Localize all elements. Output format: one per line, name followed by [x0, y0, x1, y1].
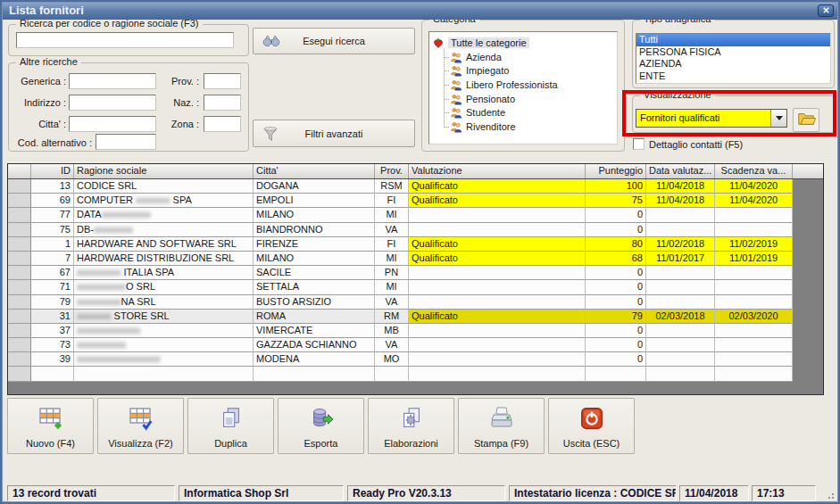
cell-prov: [375, 367, 409, 381]
toolbar-button-elaborazioni[interactable]: Elaborazioni: [368, 398, 454, 454]
categoria-item-label: Impiegato: [466, 65, 509, 76]
esegui-ricerca-button[interactable]: Esegui ricerca: [253, 28, 415, 54]
table-row[interactable]: 71xxxxxxxxxxO SRLSETTALAMI0: [8, 280, 823, 294]
prov-field[interactable]: [204, 73, 241, 89]
cell-data-valutazione: [646, 338, 715, 352]
cell-scadenza: 11/04/2020: [715, 194, 793, 208]
tipo-anagrafica-item[interactable]: PERSONA FISICA: [636, 46, 830, 59]
cell-prov: MI: [375, 252, 409, 266]
table-check-icon: [126, 403, 156, 434]
table-row[interactable]: 79xxxxxxxxxNA SRLBUSTO ARSIZIOVA0: [8, 295, 823, 310]
categoria-item[interactable]: Rivenditore: [441, 120, 617, 134]
cell-citta: GAZZADA SCHIANNO: [254, 338, 375, 352]
name-redacted: xxxxxxxxxxxxxxxxx: [77, 353, 161, 364]
toolbar-button-label: Duplica: [188, 438, 273, 449]
resize-grip[interactable]: [826, 491, 834, 499]
name-text: CODICE SRL: [77, 180, 137, 191]
table-row[interactable]: 31xxxxxxx STORE SRLROMARMQualificato7902…: [8, 310, 823, 324]
cell-data-valutazione: 11/04/2018: [646, 179, 715, 194]
column-header[interactable]: Punteggio: [586, 164, 646, 178]
cell-scadenza: 02/03/2020: [715, 310, 793, 324]
cell-valutazione: [409, 223, 586, 237]
toolbar-button-uscita-esc[interactable]: Uscita (ESC): [548, 398, 635, 454]
column-header[interactable]: Prov.: [375, 164, 409, 178]
name-redacted: xxxxxxx: [136, 194, 170, 205]
table-row[interactable]: 75DB-xxxxxxxxBIANDRONNOVA0: [8, 223, 823, 237]
title-bar[interactable]: Lista fornitori: [2, 2, 838, 20]
cell-id: 73: [31, 338, 74, 352]
column-header[interactable]: Scadenza va...: [715, 164, 793, 178]
tipo-anagrafica-item[interactable]: Tutti: [636, 34, 830, 46]
toolbar-button-label: Uscita (ESC): [549, 438, 634, 449]
combo-dropdown-button[interactable]: [770, 110, 786, 127]
name-text: SPA: [170, 194, 192, 205]
visualizzazione-combo[interactable]: Fornitori qualificati: [636, 109, 787, 128]
folder-button[interactable]: [793, 108, 819, 132]
status-time: 17:13: [752, 485, 816, 501]
citta-field[interactable]: [69, 116, 156, 132]
cell-prov: FI: [375, 194, 409, 208]
toolbar-button-nuovo-f4[interactable]: Nuovo (F4): [7, 398, 94, 454]
filtri-avanzati-button[interactable]: Filtri avanzati: [253, 120, 415, 147]
table-row[interactable]: 67xxxxxxxxx ITALIA SPASACILEPN0: [8, 266, 823, 280]
column-header[interactable]: Valutazione: [409, 164, 586, 178]
generica-field[interactable]: [69, 73, 156, 89]
categoria-item[interactable]: Azienda: [441, 50, 617, 64]
cell-citta: MILANO: [254, 252, 375, 266]
name-text: NA SRL: [121, 296, 156, 307]
row-gutter-cell: [8, 252, 31, 266]
cell-id: 13: [31, 179, 74, 194]
table-row[interactable]: 39xxxxxxxxxxxxxxxxxMODENAMO0: [8, 352, 823, 367]
cell-id: [31, 367, 74, 381]
indirizzo-field[interactable]: [69, 95, 156, 111]
dettaglio-contatti-checkbox[interactable]: [633, 138, 645, 150]
categoria-item[interactable]: Pensionato: [441, 92, 617, 106]
column-header[interactable]: Ragione sociale: [74, 164, 254, 178]
toolbar-button-stampa-f9[interactable]: Stampa (F9): [458, 398, 545, 454]
column-header[interactable]: Data valutaz...: [646, 164, 715, 178]
categoria-item[interactable]: Impiegato: [441, 64, 617, 78]
table-row[interactable]: 1HARDWARE AND SOFTWARE SRLFIRENZEFIQuali…: [8, 237, 823, 252]
table-row[interactable]: 13CODICE SRLDOGANARSMQualificato10011/04…: [8, 179, 823, 194]
prov-label: Prov. :: [161, 76, 199, 87]
categoria-root-item[interactable]: Tutte le categorie: [432, 36, 617, 50]
categoria-item-label: Pensionato: [466, 94, 515, 104]
search-input[interactable]: [16, 32, 234, 48]
table-row[interactable]: 69COMPUTER xxxxxxx SPAEMPOLIFIQualificat…: [8, 194, 823, 208]
tipo-anagrafica-item[interactable]: AZIENDA: [636, 58, 830, 70]
tipo-anagrafica-item[interactable]: ENTE: [636, 70, 830, 83]
toolbar-button-label: Esporta: [279, 438, 363, 449]
cell-prov: MB: [375, 324, 409, 338]
cell-ragione-sociale: xxxxxxxxx ITALIA SPA: [74, 266, 254, 280]
column-header[interactable]: ID: [31, 164, 74, 178]
visualizzazione-group-label: Visualizzazione: [640, 89, 715, 100]
cell-ragione-sociale: DATAxxxxxxxxxx: [74, 208, 254, 222]
zona-field[interactable]: [204, 116, 241, 132]
toolbar-button-esporta[interactable]: Esporta: [278, 398, 364, 454]
name-text: DATA: [77, 209, 102, 219]
table-row[interactable]: 37xxxxxxxxxxxxxVIMERCATEMB0: [8, 324, 823, 338]
toolbar-button-visualizza-f2[interactable]: Visualizza (F2): [97, 398, 184, 454]
naz-field[interactable]: [204, 95, 241, 111]
close-button[interactable]: [818, 4, 834, 17]
column-header[interactable]: Citta': [254, 164, 375, 178]
cell-ragione-sociale: COMPUTER xxxxxxx SPA: [74, 194, 254, 208]
status-company: Informatica Shop Srl: [179, 485, 344, 501]
table-row[interactable]: 7HARDWARE DISTRIBUZIONE SRLMILANOMIQuali…: [8, 252, 823, 266]
toolbar-button-duplica[interactable]: Duplica: [187, 398, 274, 454]
table-row[interactable]: 73xxxxxxxxxxGAZZADA SCHIANNOVA0: [8, 338, 823, 352]
cell-prov: MI: [375, 280, 409, 294]
toolbar-button-label: Nuovo (F4): [8, 438, 93, 449]
people-icon: [450, 51, 462, 63]
row-gutter-cell: [8, 324, 31, 338]
esegui-ricerca-label: Esegui ricerca: [303, 36, 365, 46]
categoria-item[interactable]: Studente: [441, 105, 617, 120]
cod-alternativo-field[interactable]: [96, 134, 156, 150]
people-icon: [450, 78, 462, 91]
categoria-item-label: Azienda: [466, 52, 502, 62]
categoria-item[interactable]: Libero Professionista: [441, 78, 617, 92]
cell-valutazione: Qualificato: [409, 237, 586, 252]
cell-valutazione: [409, 338, 586, 352]
table-row[interactable]: 77DATAxxxxxxxxxxMILANOMI0: [8, 208, 823, 222]
cell-ragione-sociale: xxxxxxxxxxO SRL: [74, 280, 254, 294]
